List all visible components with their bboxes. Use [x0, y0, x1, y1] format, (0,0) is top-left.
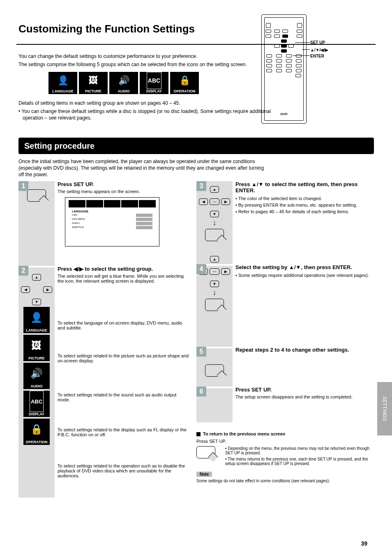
intro-line-3: operation – see relevant pages.: [23, 115, 92, 121]
step-number-5: 5: [196, 347, 206, 357]
left-rail: ▲ ▼ ◀ ▶ 👤LANGUAGE 🖼PICTURE 🔊AUDIO ABCDIS…: [18, 181, 55, 497]
step-number-2: 2: [18, 266, 28, 276]
step-number-4: 4: [196, 264, 206, 274]
return-b2: • The menu returns to the previous one, …: [225, 457, 373, 466]
return-b1: • Depending on the menu, the previous me…: [225, 446, 373, 455]
sub-head-2: (especially with DVD discs). The setting…: [18, 165, 264, 171]
return-heading: To return to the previous menu screen: [196, 431, 373, 436]
step3-b2: • By pressing ENTER the sub-menu, etc. a…: [235, 203, 371, 207]
step2-opt-language: To select the language of on-screen disp…: [58, 320, 189, 330]
dpad-icon: ▲ ▼ ◀ ▶: [21, 274, 52, 305]
icon-strip: 👤LANGUAGE 🖼PICTURE 🔊AUDIO ABCDISPLAY 🔒OP…: [48, 72, 199, 94]
icon-language-small: 👤LANGUAGE: [23, 307, 50, 333]
icon-picture-small: 🖼PICTURE: [23, 335, 50, 361]
setup-button-icon-3: [196, 446, 215, 458]
step2-desc: The selected icon will get a blue frame.…: [58, 274, 189, 283]
icon-display-small: ABCDISPLAY: [23, 391, 50, 417]
remote-dvd-logo: DVD: [281, 112, 288, 116]
icon-language: 👤LANGUAGE: [48, 72, 77, 94]
step2-opt-picture: To select settings related to the pictur…: [58, 353, 189, 363]
step2-opt-audio: To select settings related to the sound …: [58, 392, 189, 402]
remote-callout-enter: ENTER: [310, 54, 324, 58]
step6-title: Press SET UP.: [235, 387, 371, 393]
right-rail: ▲ ▼ ◀ ▶ — ↓ ▲ ▼ ◀ ▶ — ↓: [196, 181, 233, 422]
setup-button-icon: [27, 189, 46, 202]
screen-mock: LANGUAGE OSD DVD MENU AUDIO SUBTITLE: [65, 197, 159, 246]
note-label: Note: [196, 472, 212, 477]
page-sub1: You can change the default settings to c…: [18, 53, 197, 59]
callout-line: [302, 49, 310, 50]
intro-line-1: Details of setting items in each setting…: [18, 100, 180, 106]
step6-desc: The setup screen disappears and the sett…: [235, 394, 371, 399]
step4-b1: • Some settings require additional opera…: [235, 273, 371, 278]
step1-desc: The setting menu appears on the screen.: [58, 189, 189, 194]
icon-operation-small: 🔒OPERATION: [23, 419, 50, 445]
remote-callout-arrows: ▲/▼/◀/▶: [310, 48, 328, 52]
sub-head-1: Once the initial settings have been comp…: [18, 159, 255, 164]
callout-line: [295, 42, 310, 43]
page-title: Customizing the Function Settings: [18, 23, 195, 35]
step-number-3: 3: [196, 181, 206, 191]
icon-display: ABCDISPLAY: [140, 72, 168, 94]
step2-opt-display: To select settings related to the displa…: [58, 427, 189, 437]
step2-opt-operation: To select settings related to the operat…: [58, 463, 189, 478]
step2-title: Press ◀/▶ to select the setting group.: [58, 266, 189, 272]
callout-line: [293, 55, 310, 56]
step-number-1: 1: [18, 181, 28, 191]
step5-title: Repeat steps 2 to 4 to change other sett…: [235, 347, 371, 353]
page-sub2: The settings comprise the following 5 gr…: [18, 62, 247, 67]
enter-button-icon: [205, 229, 224, 241]
setup-button-icon-2: [205, 364, 224, 377]
return-desc: Press SET UP.: [196, 439, 373, 444]
icon-audio: 🔊AUDIO: [109, 72, 138, 94]
step3-title: Press ▲/▼ to select the setting item, th…: [235, 181, 371, 193]
arrow-down-icon: ↓: [196, 289, 233, 296]
arrow-down-icon: ↓: [196, 219, 233, 226]
icon-picture: 🖼PICTURE: [79, 72, 108, 94]
note-text: Some settings do not take effect in some…: [196, 479, 373, 483]
section-header-bar: Setting procedure: [18, 138, 374, 154]
enter-button-icon-2: [205, 299, 224, 311]
icon-operation: 🔒OPERATION: [170, 72, 199, 94]
page-number: 39: [361, 540, 367, 547]
section-header-text: Setting procedure: [24, 141, 95, 151]
step3-b1: • The color of the selected item is chan…: [235, 196, 371, 201]
step-number-6: 6: [196, 387, 206, 396]
step1-title: Press SET UP.: [58, 181, 189, 187]
sub-head-3: off the power.: [18, 172, 48, 177]
intro-line-2: • You can change these default settings …: [18, 108, 271, 114]
side-tab-settings: SETTINGS: [377, 382, 392, 435]
step3-b3: • Refer to pages 40 – 45 for details of …: [235, 209, 371, 214]
icon-audio-small: 🔊AUDIO: [23, 363, 50, 389]
remote-callout-setup: SET UP: [310, 40, 325, 45]
step4-title: Select the setting by ▲/▼, then press EN…: [235, 264, 371, 270]
remote-illustration: DVD: [261, 14, 307, 124]
